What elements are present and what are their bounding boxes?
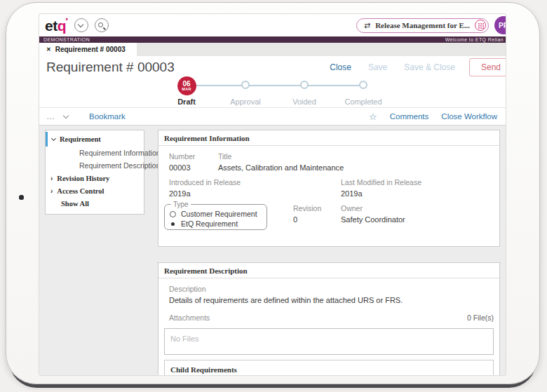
etq-logo: etq❜ [45,18,68,33]
child-requirements-header: Child Requirements [164,360,494,375]
stepper-step-label: Approval [216,97,275,106]
workflow-stepper: 06 MAR Draft Approval Voided Completed [39,76,506,107]
field-revision: Revision 0 [293,204,321,224]
main-column: Requirement Information Number 00003 Tit… [158,130,500,375]
requirement-description-panel: Requirement Description Description Deta… [158,262,500,375]
banner-environment-label: DEMONSTRATION [43,36,90,43]
description-value: Details of requirements are defined with… [164,296,494,304]
chevron-right-icon: › [50,175,53,182]
page-title: Requirement # 00003 [46,60,175,75]
sidebar-item-requirement-description[interactable]: Requirement Description [46,159,144,172]
navigation-tree: Requirement Requirement Information Requ… [45,130,144,215]
stepper-step-draft[interactable]: 06 MAR Draft [157,76,216,95]
nav-dropdown-button[interactable] [74,18,88,32]
save-and-close-button[interactable]: Save & Close [404,62,455,72]
panel-header: Requirement Information [158,130,499,146]
field-last-modified-in-release: Last Modified in Release 2019a [341,178,494,198]
comments-link[interactable]: Comments [390,112,429,121]
chevron-down-icon[interactable] [63,113,69,119]
tab-close-icon[interactable]: ✕ [46,46,51,53]
content-area: Requirement Requirement Information Requ… [39,126,506,375]
bookmark-link[interactable]: Bookmark [89,112,126,121]
description-label: Description [164,285,494,293]
sidebar-item-revision-history[interactable]: › Revision History [46,173,144,184]
sync-arrows-icon: ⇄ [364,22,370,29]
top-header-bar: etq❜ ⇄ Release Management for E... PR [39,14,506,36]
chevron-down-icon [51,136,56,141]
stepper-node-icon [241,81,250,89]
app-screen: etq❜ ⇄ Release Management for E... PR DE… [39,14,506,375]
banner-welcome-text: Welcome to ETQ Relian [445,36,504,43]
topbar-right-group: ⇄ Release Management for E... PR [356,16,506,34]
title-row: Requirement # 00003 Close Save Save & Cl… [39,56,506,74]
close-workflow-link[interactable]: Close Workflow [441,112,497,121]
field-owner: Owner Safety Coordinator [341,204,405,224]
search-icon [98,22,103,27]
environment-banner: DEMONSTRATION Welcome to ETQ Relian [39,36,506,43]
stepper-step-label: Voided [275,97,334,106]
star-favorite-icon[interactable]: ☆ [369,112,377,121]
sidebar-item-requirement-information[interactable]: Requirement Information [46,147,144,159]
logo-flag-mark: ❜ [66,18,68,25]
search-button[interactable] [95,18,109,32]
attachments-placeholder: No Files [170,334,198,343]
tablet-camera-dot [19,195,24,200]
field-number: Number 00003 [164,152,218,172]
type-revision-owner-row: Type Customer Requirement EtQ Requiremen… [164,204,494,238]
stepper-step-completed[interactable]: Completed [334,76,393,89]
user-avatar[interactable]: PR [494,16,506,34]
app-switcher-pill[interactable]: ⇄ Release Management for E... [356,18,489,33]
radio-selected-icon[interactable] [170,221,176,227]
tab-label: Requirement # 00003 [55,46,126,53]
panel-header: Requirement Description [158,263,499,278]
stepper-date-badge: 06 MAR [177,76,196,95]
attachments-header-row: Attachments 0 File(s) [164,313,494,325]
stepper-step-voided[interactable]: Voided [275,76,334,89]
send-button[interactable]: Send [469,58,506,76]
requirement-information-panel: Requirement Information Number 00003 Tit… [158,130,500,247]
attachments-dropzone[interactable]: No Files [164,328,494,355]
more-options-icon[interactable]: … [46,115,55,119]
document-toolbar: Requirement # 00003 Close Save Save & Cl… [39,56,506,107]
radio-customer-requirement[interactable]: Customer Requirement [170,209,262,219]
panel-body: Number 00003 Title Assets, Calibration a… [158,146,499,246]
stepper-node-icon [300,81,309,89]
chevron-down-icon [78,21,83,27]
type-radio-group: Type Customer Requirement EtQ Requiremen… [164,201,267,230]
stepper-step-label: Completed [334,97,393,106]
field-title: Title Assets, Calibration and Maintenanc… [218,152,494,172]
document-tab-bar: ✕ Requirement # 00003 [39,43,506,56]
attachments-label: Attachments [164,313,210,322]
chevron-right-icon: › [50,188,53,195]
app-grid-icon[interactable] [475,20,486,31]
stepper-step-label: Draft [157,97,216,106]
right-action-links: ☆ Comments Close Workflow [369,112,499,121]
stepper-node-icon [359,81,367,89]
sidebar-item-access-control[interactable]: › Access Control [46,185,144,197]
radio-etq-requirement[interactable]: EtQ Requirement [170,219,262,229]
close-button[interactable]: Close [330,62,351,72]
sidebar-item-show-all[interactable]: Show All [46,198,144,210]
app-switcher-label: Release Management for E... [375,21,470,29]
sidebar-item-requirement[interactable]: Requirement [46,132,144,147]
attachments-count: 0 File(s) [467,313,494,322]
panel-body: Description Details of requirements are … [158,278,499,375]
tab-requirement-00003[interactable]: ✕ Requirement # 00003 [39,43,137,56]
field-introduced-in-release: Introduced in Release 2019a [164,178,341,198]
radio-unselected-icon[interactable] [170,211,176,217]
document-actions: Close Save Save & Close Send [330,58,506,76]
logo-text-primary: et [45,18,58,33]
stepper-step-approval[interactable]: Approval [216,76,275,89]
logo-text-accent: q [58,18,66,33]
save-button[interactable]: Save [368,62,387,72]
secondary-action-bar: … Bookmark ☆ Comments Close Workflow [39,107,506,126]
type-legend: Type [171,201,191,208]
